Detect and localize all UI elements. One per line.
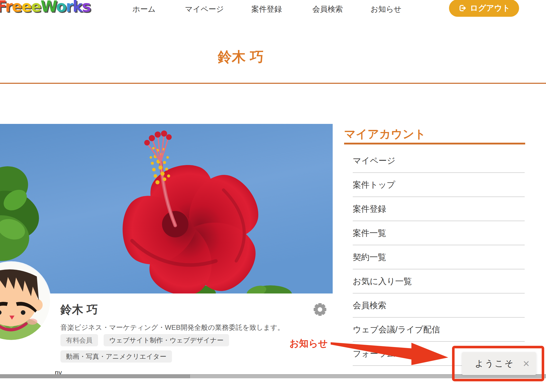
page-title: 鈴木 巧 [218, 48, 264, 67]
sidebar-item-mypage[interactable]: マイページ [353, 149, 525, 173]
logout-button[interactable]: ログアウト [449, 0, 519, 17]
annotation-rectangle [452, 346, 544, 381]
logo-letter: F [0, 0, 5, 15]
logo-letter: e [31, 0, 41, 15]
tag-paid-member: 有料会員 [60, 334, 98, 346]
brand-logo[interactable]: FreeeWorks [0, 0, 90, 15]
annotation-arrow [328, 338, 455, 371]
nav-item-member-search[interactable]: 会員検索 [312, 4, 343, 14]
tag-row: 動画・写真・アニメクリエイター [60, 350, 172, 363]
tag-web-designer: ウェブサイト制作・ウェブデザイナー [104, 334, 229, 346]
sidebar-item-favorites[interactable]: お気に入り一覧 [353, 269, 525, 293]
logo-letter: e [12, 0, 22, 15]
logo-letter: o [56, 0, 66, 15]
logo-letter: k [73, 0, 82, 15]
sign-out-icon [458, 4, 467, 12]
tag-row: 有料会員 ウェブサイト制作・ウェブデザイナー [60, 334, 229, 346]
nav-item-mypage[interactable]: マイページ [185, 4, 224, 14]
tag-video-creator: 動画・写真・アニメクリエイター [60, 350, 172, 363]
profile-description: 音楽ビジネス・マーケティング・WEB開発全般の業務委託を致します。 [60, 323, 284, 332]
logo-letter: e [21, 0, 31, 15]
title-divider [0, 83, 546, 84]
annotation-news-label: お知らせ [290, 337, 328, 350]
sidebar-heading: マイアカウント [344, 126, 426, 142]
sidebar-item-job-list[interactable]: 案件一覧 [353, 221, 525, 245]
logout-label: ログアウト [470, 3, 510, 13]
sidebar-item-member-search[interactable]: 会員検索 [353, 293, 525, 318]
logo-letter: r [66, 0, 73, 15]
scrollbar-thumb[interactable] [0, 374, 190, 378]
sidebar-underline [344, 143, 525, 144]
gear-icon[interactable] [313, 303, 327, 316]
profile-name: 鈴木 巧 [60, 302, 98, 317]
sidebar-item-job-top[interactable]: 案件トップ [353, 173, 525, 197]
sidebar-item-contract-list[interactable]: 契約一覧 [353, 245, 525, 269]
nav-item-home[interactable]: ホーム [132, 4, 155, 14]
logo-letter: r [5, 0, 12, 15]
top-navbar: FreeeWorks ホーム マイページ 案件登録 会員検索 お知らせ ログアウ… [0, 0, 546, 20]
logo-letter: s [82, 0, 90, 15]
logo-letter: W [41, 0, 56, 15]
nav-item-job-register[interactable]: 案件登録 [251, 4, 282, 14]
nav-item-news[interactable]: お知らせ [371, 4, 402, 14]
sidebar-item-job-register[interactable]: 案件登録 [353, 197, 525, 221]
cover-photo-hibiscus [0, 124, 333, 293]
sidebar-menu: マイページ 案件トップ 案件登録 案件一覧 契約一覧 お気に入り一覧 会員検索 … [353, 149, 525, 366]
